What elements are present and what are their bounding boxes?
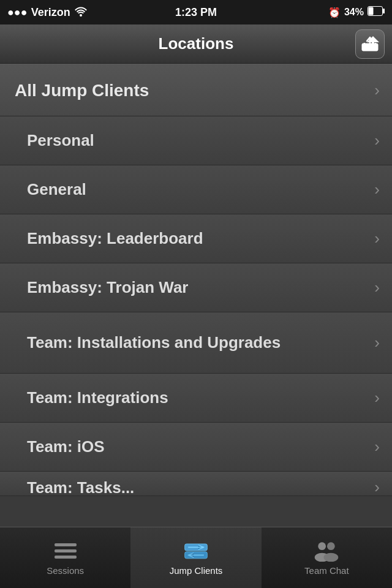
list-item-embassy-trojan-war[interactable]: Embassy: Trojan War › bbox=[0, 263, 392, 312]
chevron-icon: › bbox=[374, 229, 380, 248]
tab-jump-clients[interactable]: Jump Clients bbox=[130, 527, 261, 588]
status-bar: ●●● Verizon 1:23 PM ⏰ 34% bbox=[0, 0, 392, 24]
page-title: Locations bbox=[159, 34, 234, 53]
chevron-icon: › bbox=[374, 180, 380, 199]
list-item-all-jump-clients[interactable]: All Jump Clients › bbox=[0, 64, 392, 116]
chevron-icon: › bbox=[374, 388, 380, 407]
team-chat-tab-icon bbox=[313, 540, 340, 562]
list-item-partial[interactable]: Team: Tasks... › bbox=[0, 472, 392, 496]
item-label: General bbox=[27, 179, 368, 200]
item-label: Team: Tasks... bbox=[27, 478, 368, 496]
tab-sessions[interactable]: Sessions bbox=[0, 527, 130, 588]
svg-rect-2 bbox=[369, 7, 374, 15]
status-time: 1:23 PM bbox=[175, 6, 217, 19]
svg-rect-1 bbox=[383, 9, 385, 13]
list-item-embassy-leaderboard[interactable]: Embassy: Leaderboard › bbox=[0, 214, 392, 263]
tab-team-chat[interactable]: Team Chat bbox=[262, 527, 392, 588]
jump-clients-tab-icon bbox=[183, 540, 209, 562]
svg-point-9 bbox=[318, 542, 326, 550]
list-item-team-integrations[interactable]: Team: Integrations › bbox=[0, 374, 392, 423]
svg-point-12 bbox=[324, 553, 339, 562]
chevron-icon: › bbox=[374, 333, 380, 352]
item-label: All Jump Clients bbox=[15, 80, 368, 101]
chevron-icon: › bbox=[374, 278, 380, 297]
chevron-icon: › bbox=[374, 131, 380, 150]
jump-clients-tab-label: Jump Clients bbox=[170, 565, 223, 576]
signal-icon: ●●● bbox=[7, 6, 28, 19]
list-item-team-ios[interactable]: Team: iOS › bbox=[0, 423, 392, 472]
item-label: Embassy: Leaderboard bbox=[27, 228, 368, 249]
item-label: Team: Integrations bbox=[27, 388, 368, 408]
list-item-team-installations[interactable]: Team: Installations and Upgrades › bbox=[0, 312, 392, 374]
item-label: Team: Installations and Upgrades bbox=[27, 333, 368, 353]
nav-bar: Locations bbox=[0, 24, 392, 64]
list-item-general[interactable]: General › bbox=[0, 165, 392, 214]
alarm-icon: ⏰ bbox=[328, 7, 341, 18]
wifi-icon bbox=[74, 6, 88, 20]
list-item-personal[interactable]: Personal › bbox=[0, 116, 392, 165]
item-label: Embassy: Trojan War bbox=[27, 277, 368, 298]
locations-list: All Jump Clients › Personal › General › … bbox=[0, 64, 392, 496]
battery-icon bbox=[368, 6, 385, 18]
chevron-icon: › bbox=[374, 81, 380, 100]
team-chat-tab-label: Team Chat bbox=[304, 565, 349, 576]
svg-point-10 bbox=[327, 542, 335, 550]
carrier-label: Verizon bbox=[31, 6, 70, 19]
tab-bar: Sessions Jump Clients bbox=[0, 527, 392, 588]
sessions-tab-label: Sessions bbox=[47, 565, 84, 576]
item-label: Personal bbox=[27, 130, 368, 151]
item-label: Team: iOS bbox=[27, 437, 368, 457]
status-right: ⏰ 34% bbox=[328, 6, 385, 18]
status-left: ●●● Verizon bbox=[7, 6, 88, 20]
chevron-icon: › bbox=[374, 478, 380, 496]
share-button[interactable] bbox=[355, 29, 385, 59]
chevron-icon: › bbox=[374, 437, 380, 456]
battery-label: 34% bbox=[344, 7, 364, 18]
sessions-tab-icon bbox=[52, 540, 79, 562]
